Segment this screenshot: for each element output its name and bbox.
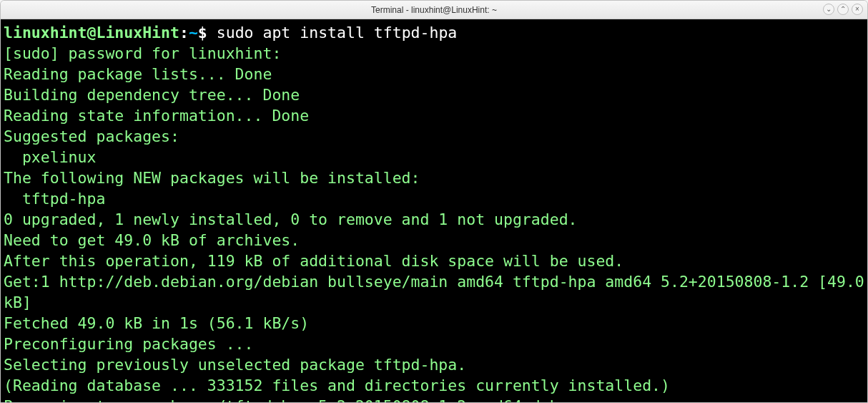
prompt-user-host: linuxhint@LinuxHint: [4, 24, 179, 42]
terminal-output-line: 0 upgraded, 1 newly installed, 0 to remo…: [4, 209, 864, 230]
terminal-window: Terminal - linuxhint@LinuxHint: ~ ⌄ ⌃ × …: [0, 0, 868, 403]
terminal-output-line: Fetched 49.0 kB in 1s (56.1 kB/s): [4, 313, 864, 334]
minimize-icon: ⌄: [826, 6, 832, 13]
terminal-output-line: Preconfiguring packages ...: [4, 334, 864, 354]
terminal-output-line: (Reading database ... 333152 files and d…: [4, 375, 864, 396]
terminal-output-line: [sudo] password for linuxhint:: [4, 43, 864, 64]
terminal-output-line: Selecting previously unselected package …: [4, 354, 864, 375]
terminal-output-line: After this operation, 119 kB of addition…: [4, 251, 864, 271]
terminal-output-line: Preparing to unpack .../tftpd-hpa_5.2+20…: [4, 396, 864, 402]
minimize-button[interactable]: ⌄: [823, 4, 834, 15]
window-controls: ⌄ ⌃ ×: [823, 4, 863, 15]
prompt-symbol: $: [198, 24, 217, 42]
terminal-output-line: Suggested packages:: [4, 126, 864, 147]
prompt-path: ~: [189, 24, 198, 42]
terminal-output-line: Need to get 49.0 kB of archives.: [4, 230, 864, 251]
terminal-output-line: Reading state information... Done: [4, 105, 864, 126]
terminal-body[interactable]: linuxhint@LinuxHint:~$ sudo apt install …: [1, 19, 867, 402]
close-button[interactable]: ×: [852, 4, 863, 15]
close-icon: ×: [855, 6, 859, 13]
command-text: sudo apt install tftpd-hpa: [217, 24, 458, 42]
titlebar[interactable]: Terminal - linuxhint@LinuxHint: ~ ⌄ ⌃ ×: [1, 1, 867, 19]
terminal-output-line: Get:1 http://deb.debian.org/debian bulls…: [4, 271, 864, 313]
maximize-icon: ⌃: [840, 6, 846, 13]
terminal-output-line: tftpd-hpa: [4, 188, 864, 209]
window-title: Terminal - linuxhint@LinuxHint: ~: [371, 5, 497, 15]
maximize-button[interactable]: ⌃: [837, 4, 849, 15]
prompt-separator: :: [179, 24, 189, 42]
prompt-line: linuxhint@LinuxHint:~$ sudo apt install …: [4, 22, 864, 43]
terminal-output-line: The following NEW packages will be insta…: [4, 167, 864, 188]
terminal-output-line: pxelinux: [4, 147, 864, 167]
terminal-output-line: Building dependency tree... Done: [4, 84, 864, 105]
terminal-output-line: Reading package lists... Done: [4, 64, 864, 84]
